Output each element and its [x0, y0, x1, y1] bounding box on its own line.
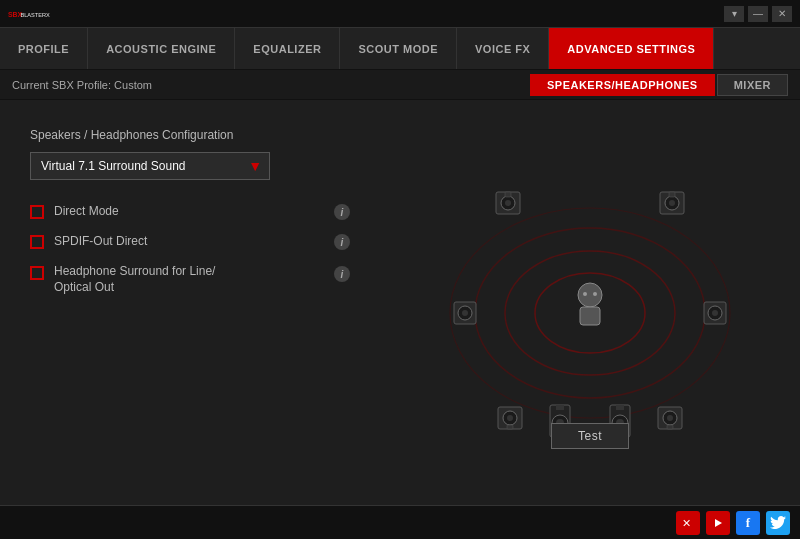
tab-speakers-headphones[interactable]: SPEAKERS/HEADPHONES	[530, 74, 715, 96]
headphone-surround-label: Headphone Surround for Line/Optical Out	[54, 264, 324, 295]
svg-point-9	[593, 292, 597, 296]
left-panel: Speakers / Headphones Configuration Virt…	[0, 100, 380, 505]
test-button[interactable]: Test	[551, 423, 629, 449]
svg-point-6	[578, 283, 602, 307]
speaker-side-right	[704, 302, 726, 324]
svg-rect-13	[505, 192, 511, 197]
speaker-rear-left	[498, 407, 522, 429]
main-content: Speakers / Headphones Configuration Virt…	[0, 100, 800, 505]
svg-point-8	[583, 292, 587, 296]
twitter-icon[interactable]	[766, 511, 790, 535]
speaker-config-dropdown[interactable]: Virtual 7.1 Surround Sound Stereo 5.1 Su…	[30, 152, 270, 180]
svg-text:BLASTERX: BLASTERX	[21, 11, 51, 17]
svg-rect-7	[580, 307, 600, 325]
headphone-surround-info-icon[interactable]: i	[334, 266, 350, 282]
svg-point-20	[462, 310, 468, 316]
svg-rect-27	[507, 425, 513, 429]
svg-marker-41	[715, 519, 722, 527]
svg-point-16	[669, 200, 675, 206]
speaker-front-left	[496, 192, 520, 214]
facebook-icon[interactable]: f	[736, 511, 760, 535]
nav-bar: PROFILE ACOUSTIC ENGINE EQUALIZER SCOUT …	[0, 28, 800, 70]
window-controls: ▾ — ✕	[724, 6, 792, 22]
youtube-icon[interactable]	[706, 511, 730, 535]
nav-item-scout-mode[interactable]: SCOUT MODE	[340, 28, 457, 69]
app-logo: SBX BLASTERX	[8, 5, 58, 23]
speaker-side-left	[454, 302, 476, 324]
window-dropdown-button[interactable]: ▾	[724, 6, 744, 22]
checkbox-row-headphone-surround: Headphone Surround for Line/Optical Out …	[30, 264, 350, 295]
nav-item-acoustic-engine[interactable]: ACOUSTIC ENGINE	[88, 28, 235, 69]
checkbox-group: Direct Mode i SPDIF-Out Direct i Headpho…	[30, 204, 350, 295]
sub-tabs: SPEAKERS/HEADPHONES MIXER	[530, 70, 788, 99]
title-bar: SBX BLASTERX ▾ — ✕	[0, 0, 800, 28]
right-panel: Test	[380, 100, 800, 505]
config-dropdown-wrapper: Virtual 7.1 Surround Sound Stereo 5.1 Su…	[30, 152, 270, 180]
speaker-rear-right	[658, 407, 682, 429]
spdif-info-icon[interactable]: i	[334, 234, 350, 250]
nav-item-voice-fx[interactable]: VOICE FX	[457, 28, 549, 69]
direct-mode-checkbox[interactable]	[30, 205, 44, 219]
window-close-button[interactable]: ✕	[772, 6, 792, 22]
checkbox-row-spdif: SPDIF-Out Direct i	[30, 234, 350, 250]
nav-item-equalizer[interactable]: EQUALIZER	[235, 28, 340, 69]
profile-label: Current SBX Profile: Custom	[12, 79, 152, 91]
checkbox-row-direct-mode: Direct Mode i	[30, 204, 350, 220]
direct-mode-info-icon[interactable]: i	[334, 204, 350, 220]
sub-header: Current SBX Profile: Custom SPEAKERS/HEA…	[0, 70, 800, 100]
svg-rect-31	[667, 425, 673, 429]
svg-point-30	[667, 415, 673, 421]
speaker-visualization: Test	[430, 143, 750, 463]
svg-point-23	[712, 310, 718, 316]
tab-mixer[interactable]: MIXER	[717, 74, 788, 96]
svg-rect-39	[616, 405, 624, 410]
headphone-surround-checkbox[interactable]	[30, 266, 44, 280]
direct-mode-label: Direct Mode	[54, 204, 324, 220]
svg-text:✕: ✕	[682, 517, 691, 529]
nav-item-advanced-settings[interactable]: ADVANCED SETTINGS	[549, 28, 714, 69]
nav-item-profile[interactable]: PROFILE	[0, 28, 88, 69]
window-minimize-button[interactable]: —	[748, 6, 768, 22]
spdif-checkbox[interactable]	[30, 235, 44, 249]
svg-rect-17	[669, 192, 675, 197]
surround-rings	[430, 143, 750, 463]
spdif-label: SPDIF-Out Direct	[54, 234, 324, 250]
test-button-wrapper: Test	[551, 423, 629, 449]
config-section-label: Speakers / Headphones Configuration	[30, 128, 350, 142]
svg-point-12	[505, 200, 511, 206]
footer: ✕ f	[0, 505, 800, 539]
svg-rect-35	[556, 405, 564, 410]
creative-icon[interactable]: ✕	[676, 511, 700, 535]
speaker-front-right	[660, 192, 684, 214]
svg-point-26	[507, 415, 513, 421]
title-bar-logo-area: SBX BLASTERX	[8, 5, 58, 23]
